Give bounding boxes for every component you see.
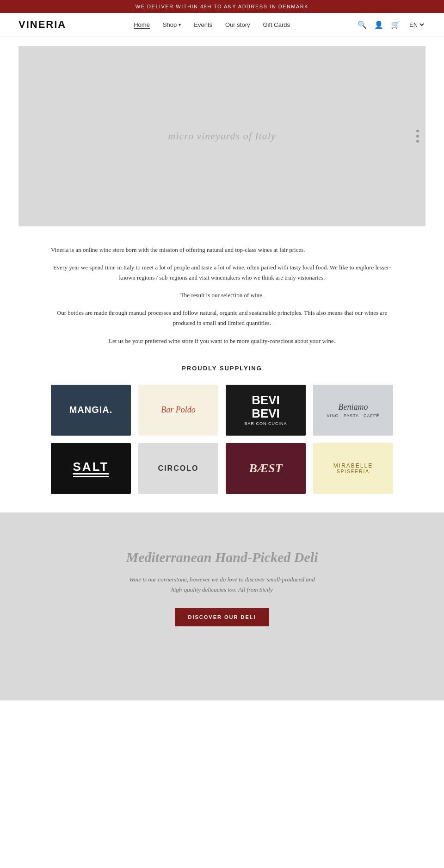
beniamo-title: Beniamo xyxy=(327,401,379,413)
supply-grid: MANGIA. Bar Poldo BEVIBEVI BAR CON CUCIN… xyxy=(51,385,393,494)
bevibevi-inner: BEVIBEVI BAR CON CUCINA xyxy=(244,393,287,426)
nav-home[interactable]: Home xyxy=(134,21,150,28)
language-selector[interactable]: EN DA xyxy=(407,21,426,29)
beniamo-sub: VINO · PASTA · CAFFÈ xyxy=(327,413,379,419)
supply-card-salt[interactable]: SALT xyxy=(51,443,131,494)
salt-label: SALT xyxy=(73,460,109,477)
top-banner: WE DELIVER WITHIN 48H TO ANY ADDRESS IN … xyxy=(0,0,444,13)
supply-card-bevibevi[interactable]: BEVIBEVI BAR CON CUCINA xyxy=(226,385,306,436)
supply-card-mangia[interactable]: MANGIA. xyxy=(51,385,131,436)
baest-label: BÆST xyxy=(249,462,282,475)
hero-dot-2 xyxy=(416,135,419,137)
nav-events[interactable]: Events xyxy=(194,21,212,28)
deli-title: Mediterranean Hand-Picked Deli xyxy=(18,550,426,565)
banner-text: WE DELIVER WITHIN 48H TO ANY ADDRESS IN … xyxy=(136,4,308,9)
mirabelle-title: MIRABELLE xyxy=(333,462,373,469)
bevibevi-big: BEVIBEVI xyxy=(244,393,287,420)
nav-gift-cards[interactable]: Gift Cards xyxy=(263,21,290,28)
supply-card-mirabelle[interactable]: MIRABELLE SPISEERIA xyxy=(313,443,393,494)
about-p3: The result is our selection of wine. xyxy=(51,290,393,300)
hero-banner: micro vineyards of Italy xyxy=(18,46,426,226)
beniamo-inner: Beniamo VINO · PASTA · CAFFÈ xyxy=(327,401,379,419)
deli-description: Wine is our cornerstone, however we do l… xyxy=(125,575,319,595)
supply-card-baest[interactable]: BÆST xyxy=(226,443,306,494)
account-icon[interactable]: 👤 xyxy=(374,20,383,29)
about-p5: Let us be your preferred wine store if y… xyxy=(51,336,393,346)
footer-space xyxy=(0,663,444,700)
search-icon[interactable]: 🔍 xyxy=(358,20,367,29)
logo[interactable]: VINERIA xyxy=(18,19,66,31)
supply-title: PROUDLY SUPPLYING xyxy=(51,365,393,372)
about-p2: Every year we spend time in Italy to mee… xyxy=(51,262,393,283)
cart-icon[interactable]: 🛒 xyxy=(391,20,400,29)
mirabelle-inner: MIRABELLE SPISEERIA xyxy=(333,462,373,474)
hero-scroll-indicator xyxy=(416,130,419,143)
mirabelle-sub: SPISEERIA xyxy=(333,469,373,474)
supply-card-beniamo[interactable]: Beniamo VINO · PASTA · CAFFÈ xyxy=(313,385,393,436)
bevibevi-sub: BAR CON CUCINA xyxy=(244,422,287,426)
about-p4: Our bottles are made through manual proc… xyxy=(51,308,393,328)
mangia-label: MANGIA. xyxy=(69,405,113,415)
supply-section: PROUDLY SUPPLYING MANGIA. Bar Poldo BEVI… xyxy=(32,365,412,494)
discover-deli-button[interactable]: DISCOVER OUR DELI xyxy=(175,608,269,626)
nav-shop-label: Shop xyxy=(163,21,177,28)
hero-tagline: micro vineyards of Italy xyxy=(168,130,276,142)
about-section: Vineria is an online wine store born wit… xyxy=(32,245,412,346)
header: VINERIA Home Shop ▾ Events Our story Gif… xyxy=(0,13,444,37)
deli-section: Mediterranean Hand-Picked Deli Wine is o… xyxy=(0,512,444,663)
circolo-label: CIRCOLO xyxy=(158,464,199,473)
main-nav: Home Shop ▾ Events Our story Gift Cards xyxy=(134,21,290,28)
supply-card-barpoldo[interactable]: Bar Poldo xyxy=(138,385,218,436)
barpoldo-label: Bar Poldo xyxy=(161,405,196,415)
nav-shop[interactable]: Shop ▾ xyxy=(163,21,181,28)
supply-card-circolo[interactable]: CIRCOLO xyxy=(138,443,218,494)
about-p1: Vineria is an online wine store born wit… xyxy=(51,245,393,255)
chevron-down-icon: ▾ xyxy=(179,22,181,27)
nav-our-story[interactable]: Our story xyxy=(225,21,250,28)
nav-right: 🔍 👤 🛒 EN DA xyxy=(358,20,426,29)
hero-dot-1 xyxy=(416,130,419,132)
hero-dot-3 xyxy=(416,140,419,143)
